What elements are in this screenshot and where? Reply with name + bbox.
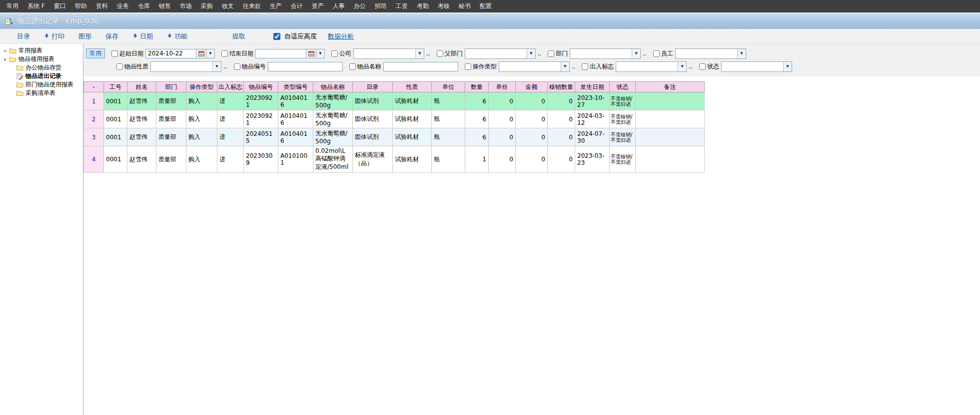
cell-status[interactable]: 不需核销/不需归还 [610,110,636,128]
menu-item[interactable]: 窗口 [49,0,70,12]
checkbox[interactable] [465,63,471,70]
text-input-item-no[interactable] [268,62,343,71]
cell-item-no[interactable]: 20230921 [244,92,278,110]
cell-status[interactable]: 不需核销/不需归还 [610,146,636,173]
toolbar-link-extract[interactable]: 提取 [225,32,252,41]
checkbox[interactable] [221,50,228,57]
column-header-nature[interactable]: 性质 [393,82,432,92]
cell-unit[interactable]: 瓶 [432,92,465,110]
menu-item[interactable]: 会计 [286,0,307,12]
tree-item-office-item-stock[interactable]: 办公物品存货 [0,63,83,72]
cell-category[interactable]: 标准滴定液（品） [353,146,393,173]
common-filter-button[interactable]: 常用 [86,48,105,58]
cell-type-no[interactable]: A0104016 [278,128,313,146]
cell-nature[interactable]: 试验耗材 [393,146,432,173]
cell-dept[interactable]: 质量部 [156,110,186,128]
column-header-in-out[interactable]: 出入标志 [217,82,244,92]
toolbar-link-date[interactable]: 日期 [125,32,160,41]
filter-checkbox-employee[interactable]: 员工 [653,49,673,58]
cell-amount[interactable]: 0 [516,110,548,128]
cell-in-out[interactable]: 进 [217,128,244,146]
column-header-unit[interactable]: 单位 [432,82,465,92]
cell-category[interactable]: 固体试剂 [353,128,393,146]
combo-in-out-flag[interactable]: ▼ [616,61,687,72]
cell-emp-id[interactable]: 0001 [104,128,127,146]
text-input-item-name[interactable] [383,62,458,71]
column-header-amount[interactable]: 金额 [516,82,548,92]
calendar-icon[interactable] [306,49,316,58]
cell-name[interactable]: 赵雪伟 [127,128,156,146]
cell-category[interactable]: 固体试剂 [353,92,393,110]
checkbox[interactable] [111,50,118,57]
cell-status[interactable]: 不需核销/不需归还 [610,128,636,146]
checkbox[interactable] [582,63,588,70]
cell-price[interactable]: 0 [489,110,516,128]
menu-item[interactable]: 往来款 [238,0,265,12]
column-header-status[interactable]: 状态 [610,82,636,92]
cell-nature[interactable]: 试验耗材 [393,110,432,128]
cell-op-type[interactable]: 购入 [186,92,217,110]
combo-employee[interactable]: ▼ [675,48,746,59]
cell-status[interactable]: 不需核销/不需归还 [610,92,636,110]
tree-item-common-reports[interactable]: >常用报表 [0,46,83,55]
date-input[interactable] [255,49,306,58]
column-header-type-no[interactable]: 类型编号 [278,82,313,92]
cell-date[interactable]: 2024-07-30 [575,128,610,146]
checkbox[interactable] [653,50,660,57]
column-header-verify-qty[interactable]: 核销数量 [548,82,575,92]
cell-dept[interactable]: 质量部 [156,92,186,110]
column-header-item-name[interactable]: 物品名称 [313,82,353,92]
filter-checkbox-company[interactable]: 公司 [331,49,351,58]
cell-item-no[interactable]: 20240515 [244,128,278,146]
cell-emp-id[interactable]: 0001 [104,110,127,128]
toolbar-link-data-analysis[interactable]: 数据分析 [321,32,361,41]
tree-item-purchase-list[interactable]: 采购清单表 [0,89,83,97]
combo-parent-dept[interactable]: ▼ [465,48,536,59]
menu-item[interactable]: 收支 [217,0,238,12]
filter-checkbox-op-type[interactable]: 操作类型 [465,62,497,71]
column-header-price[interactable]: 单价 [489,82,516,92]
cell-unit[interactable]: 瓶 [432,146,465,173]
tree-expander-icon[interactable]: > [1,48,8,53]
cell-name[interactable]: 赵雪伟 [127,92,156,110]
menu-item[interactable]: 工资 [391,0,412,12]
checkbox[interactable] [331,50,338,57]
filter-checkbox-item-nature[interactable]: 物品性质 [116,62,148,71]
cell-item-name[interactable]: 无水葡萄糖/500g [313,92,353,110]
cell-num[interactable]: 4 [84,146,104,173]
cell-qty[interactable]: 6 [465,110,489,128]
date-input[interactable]: 2024-10-22 [145,49,196,58]
menu-item[interactable]: 考核 [433,0,454,12]
cell-amount[interactable]: 0 [516,146,548,173]
filter-checkbox-in-out-flag[interactable]: 出入标志 [582,62,614,71]
menu-item[interactable]: 考勤 [412,0,433,12]
autofit-checkbox[interactable] [273,33,280,40]
cell-unit[interactable]: 瓶 [432,128,465,146]
cell-num[interactable]: 1 [84,92,104,110]
cell-num[interactable]: 3 [84,128,104,146]
menu-item[interactable]: 配置 [475,0,496,12]
column-header-dept[interactable]: 部门 [156,82,186,92]
column-header-qty[interactable]: 数量 [465,82,489,92]
filter-checkbox-start-date[interactable]: 起始日期 [111,49,143,58]
column-header-name[interactable]: 姓名 [127,82,156,92]
filter-checkbox-status[interactable]: 状态 [699,62,719,71]
cell-op-type[interactable]: 购入 [186,110,217,128]
cell-in-out[interactable]: 进 [217,146,244,173]
menu-item[interactable]: 生产 [265,0,286,12]
cell-in-out[interactable]: 进 [217,92,244,110]
cell-dept[interactable]: 质量部 [156,146,186,173]
checkbox[interactable] [116,63,123,70]
cell-emp-id[interactable]: 0001 [104,92,127,110]
cell-type-no[interactable]: A0104016 [278,92,313,110]
filter-checkbox-dept[interactable]: 部门 [548,49,568,58]
column-header-num[interactable]: - [84,82,104,92]
cell-qty[interactable]: 6 [465,92,489,110]
combo-item-nature[interactable]: ▼ [150,61,221,72]
menu-item[interactable]: 系统 F [23,0,49,12]
menu-item[interactable]: 采购 [196,0,217,12]
menu-item[interactable]: 秘书 [454,0,475,12]
cell-price[interactable]: 0 [489,128,516,146]
cell-item-name[interactable]: 0.02mol\L高锰酸钾滴定液/500ml [313,146,353,173]
cell-qty[interactable]: 6 [465,128,489,146]
